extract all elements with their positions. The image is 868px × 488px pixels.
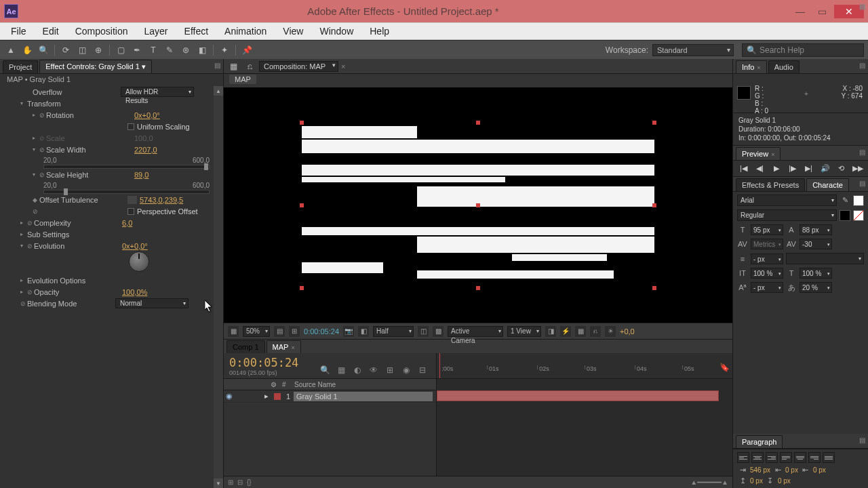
camera-tool-icon[interactable]: ◫ — [75, 43, 89, 57]
stroke-color-swatch[interactable] — [840, 210, 850, 221]
scale-height-value[interactable]: 89,0 — [134, 171, 149, 179]
menu-animation[interactable]: Animation — [216, 26, 275, 37]
rotation-value[interactable]: 0x+0,0° — [134, 111, 160, 119]
views-dropdown[interactable]: 1 View — [507, 326, 541, 337]
workspace-dropdown[interactable]: Standard — [652, 44, 734, 56]
ram-preview-icon[interactable]: ▶▶ — [852, 163, 863, 174]
menu-layer[interactable]: Layer — [136, 26, 176, 37]
tab-effect-controls[interactable]: Effect Controls: Gray Solid 1 ▾ — [39, 60, 152, 73]
roto-tool-icon[interactable]: ✦ — [218, 43, 231, 57]
perspective-offset-checkbox[interactable] — [127, 208, 134, 215]
roi-icon[interactable]: ◫ — [418, 326, 429, 337]
composition-dropdown[interactable]: Composition: MAP — [259, 61, 338, 72]
flowchart-icon[interactable]: ⎌ — [590, 326, 601, 337]
tab-paragraph[interactable]: Paragraph — [736, 435, 783, 448]
tracking-value[interactable]: -30 — [800, 239, 832, 249]
guides-icon[interactable]: ⊞ — [289, 326, 300, 337]
channel-icon[interactable]: ◧ — [358, 326, 369, 337]
motion-blur-icon[interactable]: ◉ — [400, 364, 412, 376]
tsume-value[interactable]: 20 % — [800, 282, 832, 293]
brush-tool-icon[interactable]: ✎ — [163, 43, 176, 57]
kerning-value[interactable]: Metrics — [751, 239, 783, 249]
panel-menu-icon[interactable]: ▤ — [214, 62, 220, 69]
group-transform[interactable]: Transform — [27, 100, 115, 108]
font-size-value[interactable]: 95 px — [751, 224, 783, 235]
evolution-value[interactable]: 0x+0,0° — [122, 242, 148, 250]
zoom-tool-icon[interactable]: 🔍 — [37, 43, 50, 57]
baseline-value[interactable]: - px — [751, 282, 783, 293]
resolution-dropdown[interactable]: Half — [373, 326, 414, 337]
rotate-tool-icon[interactable]: ⟳ — [59, 43, 73, 57]
timeline-tab-comp1[interactable]: Comp 1 — [226, 340, 265, 353]
rect-tool-icon[interactable]: ▢ — [114, 43, 127, 57]
menu-window[interactable]: Window — [311, 26, 361, 37]
play-icon[interactable]: ▶ — [771, 163, 782, 174]
next-frame-icon[interactable]: |▶ — [787, 163, 798, 174]
cti-indicator[interactable] — [439, 353, 440, 378]
tab-info[interactable]: Info× — [736, 60, 767, 73]
search-layers-icon[interactable]: 🔍 — [319, 364, 331, 376]
hscale-value[interactable]: 100 % — [800, 268, 832, 279]
group-evolution-options[interactable]: Evolution Options — [27, 277, 115, 285]
font-style-dropdown[interactable]: Regular — [737, 209, 837, 221]
complexity-value[interactable]: 6,0 — [122, 219, 132, 227]
para-panel-menu-icon[interactable]: ▤ — [859, 436, 865, 444]
comp-mini-icon[interactable]: ▦ — [335, 364, 347, 376]
viewer-timecode[interactable]: 0:00:05:24 — [304, 327, 339, 336]
layer-name[interactable]: Gray Solid 1 — [293, 391, 433, 402]
type-tool-icon[interactable]: T — [146, 43, 160, 57]
pen-tool-icon[interactable]: ✒ — [130, 43, 144, 57]
menu-help[interactable]: Help — [361, 26, 397, 37]
tab-close-icon[interactable]: × — [341, 62, 345, 70]
time-ruler[interactable]: :00s 01s 02s 03s 04s 05s 🔖 — [437, 353, 732, 378]
layer-row-1[interactable]: ◉ ▸ 1 Gray Solid 1 — [224, 390, 436, 403]
menu-file[interactable]: File — [3, 26, 35, 37]
timeline-icon[interactable]: ▦ — [575, 326, 586, 337]
space-before-value[interactable]: 0 px — [750, 477, 763, 485]
overflow-dropdown[interactable]: Allow HDR Results — [121, 87, 194, 97]
puppet-tool-icon[interactable]: 📌 — [240, 43, 254, 57]
pan-behind-tool-icon[interactable]: ⊕ — [92, 43, 105, 57]
blending-mode-dropdown[interactable]: Normal — [115, 298, 189, 308]
toggle-brackets-icon[interactable]: {} — [247, 479, 252, 486]
fill-color-swatch[interactable] — [853, 195, 864, 206]
search-help-input[interactable]: 🔍 Search Help — [742, 43, 864, 57]
tab-audio[interactable]: Audio — [768, 60, 800, 73]
font-family-dropdown[interactable]: Arial — [737, 195, 837, 206]
visibility-toggle-icon[interactable]: ◉ — [224, 392, 235, 401]
info-panel-menu-icon[interactable]: ▤ — [859, 62, 865, 69]
loop-icon[interactable]: ⟲ — [836, 163, 847, 174]
menu-edit[interactable]: Edit — [35, 26, 67, 37]
evolution-dial[interactable] — [129, 251, 149, 272]
mask-toggle-icon[interactable]: ▦ — [228, 326, 239, 337]
scale-height-slider[interactable] — [43, 190, 210, 194]
maximize-button[interactable]: ▭ — [812, 5, 831, 18]
grid-icon[interactable]: ▤ — [274, 326, 285, 337]
layer-duration-bar[interactable] — [437, 390, 719, 401]
scale-width-slider[interactable] — [43, 165, 210, 169]
stroke-style-dropdown[interactable] — [786, 253, 864, 264]
justify-last-left-icon[interactable] — [780, 452, 792, 463]
mute-icon[interactable]: 🔊 — [820, 163, 831, 174]
tab-project[interactable]: Project — [3, 60, 38, 73]
timeline-tab-map[interactable]: MAP× — [267, 340, 301, 353]
graph-editor-icon[interactable]: ⊟ — [416, 364, 429, 376]
group-sub-settings[interactable]: Sub Settings — [27, 230, 115, 239]
char-panel-menu-icon[interactable]: ▤ — [859, 180, 865, 187]
first-frame-icon[interactable]: |◀ — [738, 163, 749, 174]
comp-flow-icon[interactable]: ⎌ — [243, 60, 256, 73]
layer-color-swatch[interactable] — [274, 393, 281, 400]
fast-preview-icon[interactable]: ⚡ — [560, 326, 571, 337]
draft-3d-icon[interactable]: ◐ — [351, 364, 363, 376]
snapshot-icon[interactable]: 📷 — [343, 326, 354, 337]
composition-viewer[interactable] — [224, 87, 732, 323]
comp-nav-icon[interactable]: ▦ — [226, 60, 240, 73]
menu-composition[interactable]: Composition — [67, 26, 136, 37]
zoom-slider-icon[interactable]: ▲━━━━━━▲ — [690, 479, 728, 486]
no-stroke-swatch[interactable] — [853, 210, 864, 221]
leading-value[interactable]: 88 px — [800, 224, 832, 235]
space-after-value[interactable]: 0 px — [778, 477, 791, 485]
timeline-track-area[interactable] — [437, 379, 732, 476]
justify-last-right-icon[interactable] — [808, 452, 821, 463]
camera-dropdown[interactable]: Active Camera — [448, 326, 503, 337]
